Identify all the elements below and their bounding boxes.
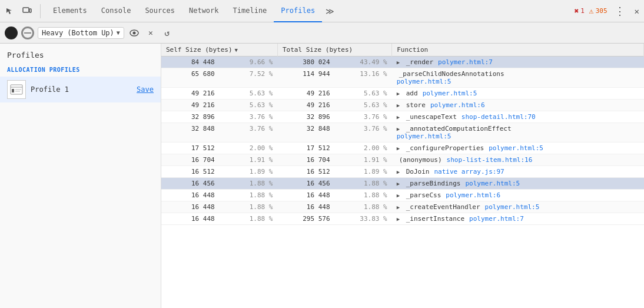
expand-arrow-icon[interactable]: ▶ <box>397 204 400 210</box>
top-tab-bar: Elements Console Sources Network Timelin… <box>0 0 644 22</box>
expand-arrow-icon[interactable]: ▶ <box>397 91 400 97</box>
total-pct-cell: 5.63 % <box>335 100 392 111</box>
func-name: _parseCss <box>406 191 441 199</box>
file-link[interactable]: polymer.html:7 <box>438 58 493 66</box>
menu-button[interactable]: ⋮ <box>612 5 628 17</box>
self-pct-cell: 9.66 % <box>220 57 278 68</box>
file-link[interactable]: polymer.html:5 <box>397 133 452 140</box>
file-link[interactable]: polymer.html:5 <box>423 90 477 97</box>
total-size-cell: 16 512 <box>277 166 334 178</box>
clear-button[interactable] <box>21 27 34 39</box>
self-pct-cell: 1.91 % <box>220 154 278 166</box>
sidebar-title: Profiles <box>0 44 161 63</box>
file-link[interactable]: polymer.html:5 <box>397 78 452 85</box>
refresh-icon[interactable]: ↺ <box>161 27 174 39</box>
sidebar: Profiles ALLOCATION PROFILES Profile 1 S… <box>0 44 161 308</box>
svg-rect-0 <box>23 8 29 12</box>
view-mode-dropdown[interactable]: Heavy (Bottom Up) ▼ <box>38 27 124 39</box>
self-size-cell: 16 448 <box>161 201 220 213</box>
top-bar-right: ✖ 1 ⚠ 305 ⋮ ✕ <box>574 5 642 17</box>
total-pct-cell: 13.16 % <box>335 68 392 88</box>
func-cell: ▶ _insertInstancepolymer.html:7 <box>392 213 644 225</box>
self-pct-cell: 7.52 % <box>220 68 278 88</box>
total-pct-cell: 1.91 % <box>335 154 392 166</box>
error-badge[interactable]: ✖ 1 <box>574 6 584 15</box>
func-name: _parseChildNodesAnnotations <box>399 70 504 78</box>
x-label: ✕ <box>148 28 153 37</box>
total-pct-cell: 3.76 % <box>335 111 392 123</box>
self-size-cell: 84 448 <box>161 57 220 68</box>
sort-arrow-icon: ▼ <box>235 47 238 53</box>
file-link[interactable]: shop-list-item.html:16 <box>447 156 533 164</box>
func-name: _unescapeText <box>406 113 457 121</box>
col-function: Function <box>392 44 644 57</box>
func-name: _configureProperties <box>406 144 484 152</box>
func-cell: ▶ DoJoinnative array.js:97 <box>392 166 644 178</box>
cursor-icon[interactable] <box>2 4 16 18</box>
content-area: Self Size (bytes) ▼ Total Size (bytes) F… <box>161 44 644 308</box>
tab-console[interactable]: Console <box>94 0 138 22</box>
tab-elements[interactable]: Elements <box>46 0 94 22</box>
more-tabs-button[interactable]: ≫ <box>322 0 338 22</box>
file-link[interactable]: polymer.html:7 <box>469 215 524 223</box>
func-name: _render <box>406 58 433 66</box>
func-cell: ▶ _configurePropertiespolymer.html:5 <box>392 143 644 154</box>
self-size-cell: 17 512 <box>161 143 220 154</box>
file-link[interactable]: shop-detail.html:70 <box>462 113 536 121</box>
file-link[interactable]: polymer.html:6 <box>430 101 485 109</box>
total-size-cell: 295 576 <box>277 213 334 225</box>
expand-arrow-icon[interactable]: ▶ <box>397 181 400 187</box>
error-icon: ✖ <box>574 6 579 15</box>
func-cell: ▶ storepolymer.html:6 <box>392 100 644 111</box>
device-icon[interactable] <box>20 4 34 18</box>
expand-arrow-icon[interactable]: ▶ <box>397 145 400 151</box>
table-header: Self Size (bytes) ▼ Total Size (bytes) F… <box>161 44 644 57</box>
tab-list: Elements Console Sources Network Timelin… <box>46 0 338 22</box>
expand-arrow-icon[interactable]: ▶ <box>397 126 400 132</box>
total-pct-cell: 3.76 % <box>335 123 392 143</box>
table-row: 65 680 7.52 % 114 944 13.16 % _parseChil… <box>161 68 644 88</box>
file-link[interactable]: polymer.html:5 <box>489 144 543 152</box>
refresh-label: ↺ <box>164 28 170 38</box>
func-cell: ▶ _createEventHandlerpolymer.html:5 <box>392 201 644 213</box>
self-pct-cell: 1.89 % <box>220 166 278 178</box>
total-size-cell: 114 944 <box>277 68 334 88</box>
tab-network[interactable]: Network <box>182 0 226 22</box>
warn-badge[interactable]: ⚠ 305 <box>589 6 608 15</box>
tab-profiles[interactable]: Profiles <box>274 0 322 22</box>
devtools-icons <box>2 4 41 18</box>
expand-arrow-icon[interactable]: ▶ <box>397 169 400 175</box>
table-row: 16 448 1.88 % 16 448 1.88 % ▶ _parseCssp… <box>161 190 644 201</box>
file-link[interactable]: polymer.html:5 <box>485 203 540 211</box>
tab-sources[interactable]: Sources <box>138 0 182 22</box>
save-link[interactable]: Save <box>137 85 154 94</box>
expand-arrow-icon[interactable]: ▶ <box>397 216 400 222</box>
svg-rect-6 <box>12 89 14 92</box>
self-size-cell: 16 512 <box>161 166 220 178</box>
total-size-cell: 32 848 <box>277 123 334 143</box>
svg-rect-1 <box>29 9 31 12</box>
total-size-cell: 380 024 <box>277 57 334 68</box>
file-link[interactable]: native array.js:97 <box>434 168 504 175</box>
close-button[interactable]: ✕ <box>632 6 642 16</box>
clear-x-icon[interactable]: ✕ <box>144 27 157 39</box>
col-self-size[interactable]: Self Size (bytes) ▼ <box>161 44 277 57</box>
expand-arrow-icon[interactable]: ▶ <box>397 102 400 108</box>
self-pct-cell: 2.00 % <box>220 143 278 154</box>
file-link[interactable]: polymer.html:5 <box>465 180 520 187</box>
col-total-size[interactable]: Total Size (bytes) <box>277 44 391 57</box>
tab-timeline[interactable]: Timeline <box>226 0 274 22</box>
expand-arrow-icon[interactable]: ▶ <box>397 114 400 120</box>
expand-arrow-icon[interactable]: ▶ <box>397 193 400 198</box>
table-body: 84 448 9.66 % 380 024 43.49 % ▶ _renderp… <box>161 57 644 225</box>
eye-icon[interactable] <box>128 27 141 39</box>
total-pct-cell: 1.88 % <box>335 201 392 213</box>
expand-arrow-icon[interactable]: ▶ <box>397 59 400 65</box>
record-button[interactable] <box>5 27 18 39</box>
no-entry-line <box>24 32 31 34</box>
table-row: 49 216 5.63 % 49 216 5.63 % ▶ addpolymer… <box>161 88 644 100</box>
file-link[interactable]: polymer.html:6 <box>446 191 500 199</box>
func-cell: ▶ _parseBindingspolymer.html:5 <box>392 178 644 190</box>
profile-item[interactable]: Profile 1 Save <box>0 77 161 102</box>
total-size-cell: 49 216 <box>277 88 334 100</box>
